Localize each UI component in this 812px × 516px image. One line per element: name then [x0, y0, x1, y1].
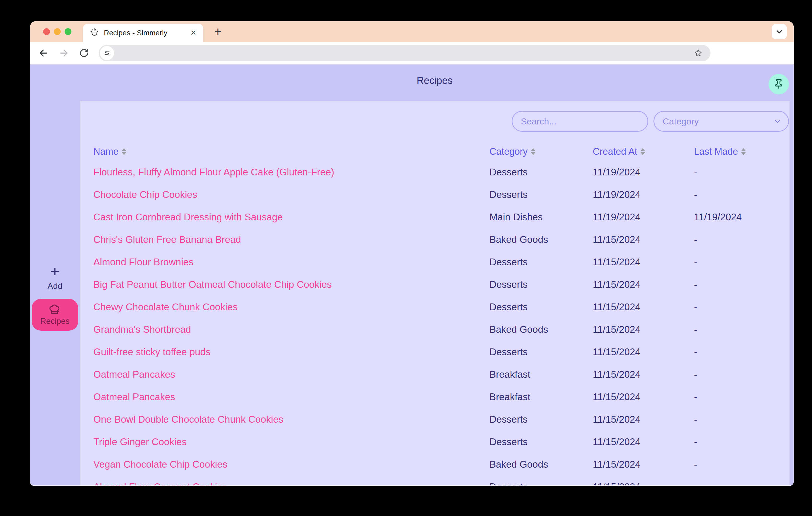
recipe-created-at: 11/15/2024: [593, 234, 694, 245]
bookmark-star-icon[interactable]: [694, 49, 703, 58]
recipe-created-at: 11/15/2024: [593, 302, 694, 313]
table-row: Flourless, Fluffy Almond Flour Apple Cak…: [93, 161, 774, 183]
recipe-link[interactable]: Cast Iron Cornbread Dressing with Sausag…: [93, 212, 283, 222]
recipe-created-at: 11/15/2024: [593, 392, 694, 402]
table-row: Guilt-free sticky toffee puds Desserts 1…: [93, 341, 774, 363]
recipe-link[interactable]: Oatmeal Pancakes: [93, 369, 175, 380]
recipe-last-made: -: [694, 436, 774, 448]
table-row: Triple Ginger Cookies Desserts 11/15/202…: [93, 431, 774, 453]
sidebar-item-recipes[interactable]: Recipes: [32, 299, 78, 331]
sort-icon: [741, 148, 746, 155]
recipe-created-at: 11/15/2024: [593, 414, 694, 425]
sidebar: + Add Recipes: [30, 101, 80, 485]
recipe-last-made: -: [694, 167, 774, 178]
recipe-category: Desserts: [489, 302, 593, 313]
recipe-link[interactable]: Almond Flour Coconut Cookies: [93, 482, 227, 485]
content-panel: Category Name Category: [80, 101, 789, 485]
recipe-link[interactable]: Chewy Chocolate Chunk Cookies: [93, 302, 237, 312]
recipe-created-at: 11/15/2024: [593, 436, 694, 448]
recipe-last-made: -: [694, 369, 774, 380]
tab-favicon-pot-icon: [90, 28, 99, 38]
recipe-category: Baked Goods: [489, 234, 593, 245]
zoom-window-button[interactable]: [65, 28, 71, 35]
reload-icon[interactable]: [79, 48, 89, 58]
table-row: Chewy Chocolate Chunk Cookies Desserts 1…: [93, 296, 774, 318]
table-row: One Bowl Double Chocolate Chunk Cookies …: [93, 408, 774, 431]
recipe-link[interactable]: One Bowl Double Chocolate Chunk Cookies: [93, 414, 283, 425]
minimize-window-button[interactable]: [54, 28, 61, 35]
browser-toolbar: [30, 42, 794, 65]
recipe-category: Desserts: [489, 167, 593, 178]
table-row: Big Fat Peanut Butter Oatmeal Chocolate …: [93, 273, 774, 296]
recipe-created-at: 11/15/2024: [593, 279, 694, 290]
recipe-created-at: 11/15/2024: [593, 482, 694, 485]
table-row: Oatmeal Pancakes Breakfast 11/15/2024 -: [93, 363, 774, 386]
recipe-link[interactable]: Vegan Chocolate Chip Cookies: [93, 459, 227, 470]
column-header-last-made[interactable]: Last Made: [694, 146, 774, 157]
forward-icon[interactable]: [58, 48, 69, 59]
recipe-created-at: 11/15/2024: [593, 257, 694, 268]
table-row: Oatmeal Pancakes Breakfast 11/15/2024 -: [93, 386, 774, 408]
tab-close-icon[interactable]: ✕: [191, 29, 197, 37]
recipe-category: Desserts: [489, 414, 593, 425]
recipe-link[interactable]: Grandma's Shortbread: [93, 324, 191, 335]
recipe-last-made: 11/19/2024: [694, 212, 774, 223]
recipe-link[interactable]: Flourless, Fluffy Almond Flour Apple Cak…: [93, 167, 334, 178]
table-row: Almond Flour Coconut Cookies Desserts 11…: [93, 476, 774, 485]
add-label: Add: [48, 281, 62, 291]
recipe-link[interactable]: Guilt-free sticky toffee puds: [93, 346, 210, 357]
recipe-last-made: -: [694, 324, 774, 335]
chef-hat-icon: [49, 303, 61, 315]
sort-icon: [531, 148, 535, 155]
pin-button[interactable]: [768, 74, 789, 94]
recipe-link[interactable]: Triple Ginger Cookies: [93, 436, 186, 447]
recipe-last-made: -: [694, 392, 774, 402]
add-recipe-button[interactable]: + Add: [48, 264, 62, 291]
browser-tab[interactable]: Recipes - Simmerly ✕: [83, 24, 203, 42]
table-row: Chris's Gluten Free Banana Bread Baked G…: [93, 229, 774, 251]
recipe-created-at: 11/19/2024: [593, 212, 694, 223]
column-header-name[interactable]: Name: [93, 146, 489, 157]
back-icon[interactable]: [38, 48, 49, 59]
table-row: Grandma's Shortbread Baked Goods 11/15/2…: [93, 318, 774, 341]
site-settings-button[interactable]: [100, 46, 114, 60]
recipe-category: Desserts: [489, 257, 593, 268]
recipe-category: Main Dishes: [489, 212, 593, 223]
recipe-category: Desserts: [489, 482, 593, 485]
recipe-category: Desserts: [489, 189, 593, 200]
recipe-created-at: 11/19/2024: [593, 189, 694, 200]
new-tab-button[interactable]: +: [214, 25, 222, 38]
chevron-down-icon: [774, 117, 781, 125]
category-select[interactable]: Category: [654, 111, 789, 132]
browser-window: Recipes - Simmerly ✕ +: [30, 21, 794, 486]
recipe-created-at: 11/19/2024: [593, 167, 694, 178]
search-input[interactable]: [512, 111, 648, 132]
recipe-category: Breakfast: [489, 369, 593, 380]
recipe-created-at: 11/15/2024: [593, 369, 694, 380]
recipe-created-at: 11/15/2024: [593, 346, 694, 358]
recipes-table: Name Category Created At Last Made: [93, 142, 789, 485]
table-body: Flourless, Fluffy Almond Flour Apple Cak…: [93, 161, 774, 485]
recipe-last-made: -: [694, 346, 774, 358]
filter-controls: Category: [93, 111, 789, 132]
recipe-link[interactable]: Chris's Gluten Free Banana Bread: [93, 234, 241, 245]
close-window-button[interactable]: [43, 28, 50, 35]
pushpin-icon: [773, 79, 784, 90]
address-bar[interactable]: [98, 45, 710, 61]
recipe-category: Desserts: [489, 346, 593, 358]
recipe-link[interactable]: Chocolate Chip Cookies: [93, 189, 197, 200]
tab-title: Recipes - Simmerly: [104, 29, 186, 37]
sort-icon: [640, 148, 645, 155]
recipe-last-made: -: [694, 459, 774, 470]
tune-sliders-icon: [103, 50, 111, 57]
browser-menu-button[interactable]: [772, 24, 787, 39]
recipe-link[interactable]: Big Fat Peanut Butter Oatmeal Chocolate …: [93, 279, 332, 290]
recipe-category: Desserts: [489, 279, 593, 290]
recipe-category: Baked Goods: [489, 459, 593, 470]
column-header-created-at[interactable]: Created At: [593, 146, 694, 157]
recipe-link[interactable]: Oatmeal Pancakes: [93, 392, 175, 402]
recipe-last-made: -: [694, 482, 774, 485]
column-header-category[interactable]: Category: [489, 146, 593, 157]
recipe-link[interactable]: Almond Flour Brownies: [93, 257, 193, 267]
table-row: Almond Flour Brownies Desserts 11/15/202…: [93, 251, 774, 273]
